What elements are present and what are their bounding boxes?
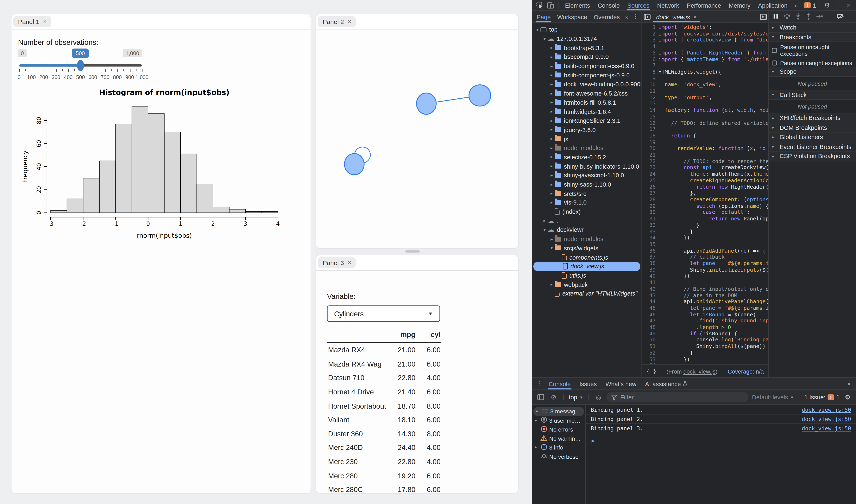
tab-console[interactable]: Console — [594, 0, 624, 10]
line-number[interactable]: 39 — [642, 267, 656, 273]
drawer-tab-ai-assistance[interactable]: AI assistance — [641, 378, 692, 390]
source-file-link[interactable]: dock_view.js — [683, 368, 716, 375]
tree-item[interactable]: ▾☁dockviewr — [532, 226, 642, 234]
tree-item[interactable]: ▸webpack — [532, 280, 642, 289]
expand-icon[interactable]: ▸ — [548, 145, 555, 150]
more-nav-tabs-icon[interactable]: » — [623, 14, 631, 20]
expand-icon[interactable]: ▸ — [548, 100, 555, 105]
section-csp-violation-breakpoints[interactable]: ▸CSP Violation Breakpoints — [769, 152, 856, 161]
tree-item[interactable]: ▸selectize-0.15.2 — [532, 152, 642, 162]
console-message-source-link[interactable]: dock_view.js:50 — [802, 407, 851, 413]
editor-tab-dock-view[interactable]: dock_view.js × — [652, 11, 701, 22]
expand-icon[interactable]: ▸ — [548, 54, 555, 59]
expand-icon[interactable]: ▸ — [548, 200, 555, 205]
panel-3-tab[interactable]: Panel 3 × — [318, 257, 356, 269]
tree-item[interactable]: ▸srcts/src — [532, 189, 642, 198]
line-number[interactable]: 14 — [642, 107, 656, 113]
line-number[interactable]: 26 — [642, 184, 656, 190]
tree-item[interactable]: external var "HTMLWidgets" — [532, 289, 642, 298]
console-prompt[interactable]: > — [586, 433, 856, 445]
tree-item[interactable]: components.js — [532, 253, 642, 262]
exception-checkbox-row[interactable]: Pause on caught exceptions — [769, 58, 856, 67]
live-expression-icon[interactable]: ◎ — [593, 393, 604, 401]
line-number[interactable]: 3 — [642, 37, 656, 43]
tab-performance[interactable]: Performance — [683, 0, 725, 10]
console-filter-bug[interactable]: No verbose — [532, 452, 585, 461]
tree-item[interactable]: ▸htmltools-fill-0.5.8.1 — [532, 98, 642, 107]
observations-slider[interactable]: 0 1,000 500 0100200300400500600700800900… — [12, 49, 164, 82]
tab-sources[interactable]: Sources — [624, 0, 653, 10]
expand-icon[interactable]: ▸ — [548, 46, 555, 50]
expand-icon[interactable]: ▸ — [534, 445, 538, 450]
close-drawer-icon[interactable]: × — [844, 379, 854, 388]
navigator-kebab-icon[interactable]: ⋮ — [631, 12, 641, 21]
console-filter-input[interactable]: Filter — [607, 392, 749, 402]
console-filter-list[interactable]: ▸3 messag… — [534, 407, 584, 416]
line-number[interactable]: 7 — [642, 62, 656, 69]
navtab-page[interactable]: Page — [534, 11, 554, 22]
step-over-icon[interactable] — [784, 13, 790, 20]
code-editor[interactable]: 1234567891011121314151617181920212223242… — [642, 23, 768, 364]
line-number[interactable]: 28 — [642, 196, 656, 203]
line-number[interactable]: 29 — [642, 203, 656, 209]
line-number[interactable]: 52 — [642, 349, 656, 356]
line-number[interactable]: 21 — [642, 152, 656, 158]
step-into-icon[interactable] — [796, 13, 801, 20]
line-number[interactable]: 6 — [642, 56, 656, 62]
line-number[interactable]: 32 — [642, 222, 656, 228]
expand-icon[interactable]: ▸ — [548, 127, 555, 132]
pause-script-icon[interactable] — [773, 13, 778, 20]
tree-item[interactable]: ▸ionRangeSlider-2.3.1 — [532, 116, 642, 125]
inspect-icon[interactable] — [535, 1, 544, 10]
more-tabs-icon[interactable]: » — [792, 2, 800, 8]
line-number[interactable]: 4 — [642, 43, 656, 50]
line-number[interactable]: 33 — [642, 228, 656, 235]
line-number[interactable]: 23 — [642, 164, 656, 171]
tab-elements[interactable]: Elements — [561, 0, 594, 10]
tree-item[interactable]: ▸jquery-3.6.0 — [532, 125, 642, 134]
collapse-icon[interactable]: ▾ — [542, 228, 547, 232]
expand-icon[interactable]: ▸ — [548, 91, 555, 96]
tree-item[interactable]: ▸font-awesome-6.5.2/css — [532, 89, 642, 98]
line-number[interactable]: 13 — [642, 101, 656, 107]
line-number[interactable]: 18 — [642, 132, 656, 139]
line-number[interactable]: 17 — [642, 126, 656, 132]
network-node[interactable] — [345, 154, 364, 175]
expand-icon[interactable]: ▸ — [548, 191, 555, 196]
kebab-menu-icon[interactable]: ⋮ — [833, 1, 843, 10]
expand-icon[interactable]: ▸ — [548, 236, 555, 241]
deactivate-breakpoints-icon[interactable] — [837, 13, 845, 20]
line-number[interactable]: 44 — [642, 299, 656, 305]
clear-console-icon[interactable]: ⊘ — [548, 393, 559, 401]
expand-icon[interactable]: ▸ — [548, 173, 555, 178]
collapse-icon[interactable]: ▾ — [542, 36, 547, 41]
expand-icon[interactable]: ▸ — [535, 409, 539, 414]
variable-select[interactable]: Cylinders ▼ — [327, 305, 440, 322]
tab-network[interactable]: Network — [653, 0, 683, 10]
console-message-source-link[interactable]: dock_view.js:50 — [802, 416, 851, 422]
tree-item[interactable]: ▸shiny-sass-1.10.0 — [532, 180, 642, 189]
close-icon[interactable]: × — [43, 19, 47, 24]
tree-item[interactable]: (index) — [532, 207, 642, 216]
section-event-listener-breakpoints[interactable]: ▸Event Listener Breakpoints — [769, 142, 856, 151]
issues-badge[interactable]: !1 — [804, 2, 816, 8]
device-toolbar-icon[interactable] — [545, 1, 555, 10]
console-sidebar-toggle-icon[interactable] — [536, 393, 545, 401]
expand-icon[interactable]: ▸ — [548, 137, 555, 141]
coverage-link[interactable]: Coverage: n/a — [728, 368, 764, 375]
section-dom-breakpoints[interactable]: ▸DOM Breakpoints — [769, 123, 856, 132]
expand-icon[interactable]: ▸ — [548, 282, 555, 287]
line-number[interactable]: 35 — [642, 241, 656, 248]
tree-item[interactable]: ▾top — [532, 25, 642, 34]
network-node[interactable] — [417, 93, 436, 114]
section-xhr-fetch-breakpoints[interactable]: ▸XHR/fetch Breakpoints — [769, 113, 856, 123]
exception-checkbox-row[interactable]: Pause on uncaught exceptions — [769, 42, 856, 58]
line-number[interactable]: 8 — [642, 69, 656, 75]
step-out-icon[interactable] — [806, 13, 811, 20]
line-number[interactable]: 48 — [642, 324, 656, 330]
network-graph[interactable] — [316, 30, 518, 249]
tree-item[interactable]: ▸bslib-component-js-0.9.0 — [532, 71, 642, 80]
panel-1-tab[interactable]: Panel 1 × — [13, 16, 51, 28]
navtab-workspace[interactable]: Workspace — [554, 11, 591, 22]
issues-counter[interactable]: 1 Issue:!1 — [804, 394, 840, 400]
